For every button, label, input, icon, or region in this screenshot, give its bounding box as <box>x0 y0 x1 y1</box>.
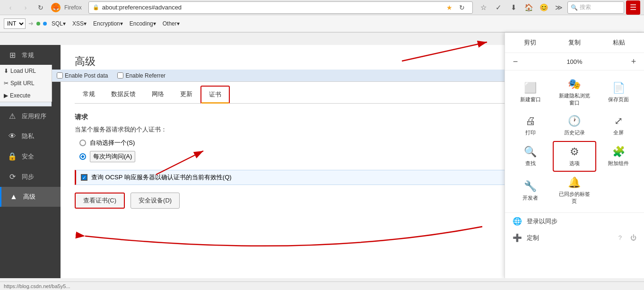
tab-general[interactable]: 常规 <box>75 86 103 104</box>
address-url: about:preferences#advanced <box>102 4 444 11</box>
new-window-item[interactable]: ⬜ 新建窗口 <box>509 74 552 110</box>
nav-buttons: ‹ › ↻ <box>4 1 47 14</box>
pref-nav-security[interactable]: 🔒 安全 <box>0 146 61 167</box>
enable-post-data-checkbox[interactable] <box>57 72 63 79</box>
tab-network[interactable]: 网络 <box>144 86 172 104</box>
menu-top-row: 剪切 复制 粘贴 <box>505 33 644 53</box>
sign-in-label: 登录以同步 <box>527 217 557 226</box>
copy-button[interactable]: 复制 <box>553 35 596 50</box>
enable-bar <box>0 102 52 106</box>
overflow-button[interactable]: ≫ <box>552 1 566 14</box>
sign-in-row[interactable]: 🌐 登录以同步 <box>505 213 644 229</box>
execute-icon: ▶ <box>4 92 8 99</box>
security-devices-button[interactable]: 安全设备(D) <box>131 193 180 209</box>
sync-icon: ⟳ <box>8 172 17 181</box>
radio-ask-circle <box>79 153 86 160</box>
advanced-icon: ▲ <box>9 193 18 201</box>
pref-nav-sync[interactable]: ⟳ 同步 <box>0 167 61 187</box>
browser-label: Firefox <box>64 4 82 11</box>
encryption-button[interactable]: Encryption▾ <box>91 19 125 28</box>
private-window-item[interactable]: 🎭 新建隐私浏览窗口 <box>553 74 596 110</box>
sync-label: 同步 <box>22 173 34 181</box>
private-window-icon: 🎭 <box>568 78 581 90</box>
options-item[interactable]: ⚙ 选项 <box>553 141 596 172</box>
zoom-out-button[interactable]: − <box>509 55 522 68</box>
pref-nav-privacy[interactable]: 👁 隐私 <box>0 126 61 146</box>
developer-icon: 🔧 <box>524 180 537 193</box>
check-mark: ✓ <box>82 175 86 180</box>
developer-item[interactable]: 🔧 开发者 <box>509 173 552 209</box>
history-item[interactable]: 🕐 历史记录 <box>553 111 596 140</box>
pref-nav-general[interactable]: ⊞ 常规 <box>0 45 61 65</box>
encoding-button[interactable]: Encoding▾ <box>128 19 158 28</box>
page-title: 高级 <box>75 54 96 69</box>
radio-auto-label: 自动选择一个(S) <box>90 139 135 147</box>
reload-button[interactable]: ↻ <box>34 1 47 14</box>
customize-row[interactable]: ➕ 定制 ? ⏻ <box>505 229 644 246</box>
find-item[interactable]: 🔍 查找 <box>509 141 552 172</box>
help-menu-icon[interactable]: ? <box>618 234 622 241</box>
developer-label: 开发者 <box>522 194 538 202</box>
paste-button[interactable]: 粘贴 <box>598 35 640 50</box>
general-icon: ⊞ <box>8 51 17 60</box>
firefox-logo: 🦊 <box>51 3 61 12</box>
power-menu-icon[interactable]: ⏻ <box>630 234 636 241</box>
save-page-icon: 📄 <box>612 82 625 94</box>
sql-button[interactable]: SQL▾ <box>50 19 68 28</box>
ocsp-checkbox[interactable]: ✓ <box>81 174 87 181</box>
save-page-item[interactable]: 📄 保存页面 <box>597 74 640 110</box>
hamburger-menu-button[interactable]: ☰ <box>626 0 640 15</box>
execute-item[interactable]: ▶ Execute <box>0 89 52 102</box>
view-certs-button[interactable]: 查看证书(C) <box>75 193 125 209</box>
pref-nav-apps[interactable]: ⚠ 应用程序 <box>0 106 61 126</box>
int-select[interactable]: INT <box>4 18 26 29</box>
emoji-button[interactable]: 😊 <box>537 1 550 14</box>
new-window-label: 新建窗口 <box>520 96 541 103</box>
address-icons: ★ ↻ <box>446 1 469 14</box>
search-bar[interactable]: 🔍 搜索 <box>567 1 624 14</box>
bookmark-star-icon[interactable]: ★ <box>446 4 453 11</box>
addons-item[interactable]: 🧩 附加组件 <box>597 141 640 172</box>
synced-tabs-icon: 🔔 <box>568 176 581 189</box>
radio-ask-label: 每次均询问(A) <box>90 151 135 162</box>
addons-label: 附加组件 <box>608 160 629 167</box>
print-icon: 🖨 <box>525 115 536 127</box>
fullscreen-item[interactable]: ⤢ 全屏 <box>597 111 640 140</box>
radio-auto-circle <box>79 140 86 146</box>
zoom-in-button[interactable]: + <box>627 55 640 68</box>
enable-referrer-checkbox[interactable] <box>117 72 123 79</box>
enable-post-data-label[interactable]: Enable Post data <box>57 72 108 79</box>
history-icon: 🕐 <box>568 115 581 127</box>
split-url-item[interactable]: ✂ Split URL <box>0 77 52 89</box>
xss-button[interactable]: XSS▾ <box>70 19 88 28</box>
back-button[interactable]: ‹ <box>4 1 17 14</box>
customize-icon: ➕ <box>513 233 522 242</box>
home-button[interactable]: 🏠 <box>522 1 535 14</box>
options-icon: ⚙ <box>570 146 579 158</box>
load-url-item[interactable]: ⬇ Load URL <box>0 65 52 77</box>
split-url-icon: ✂ <box>4 80 9 87</box>
cut-button[interactable]: 剪切 <box>509 35 551 50</box>
print-label: 打印 <box>525 129 536 136</box>
forward-button[interactable]: › <box>19 1 32 14</box>
other-button[interactable]: Other▾ <box>161 19 182 28</box>
pocket-button[interactable]: ✓ <box>492 1 505 14</box>
synced-tabs-item[interactable]: 🔔 已同步的标签页 <box>553 173 596 209</box>
download-button[interactable]: ⬇ <box>507 1 520 14</box>
general-label: 常规 <box>22 51 34 60</box>
tab-feedback[interactable]: 数据反馈 <box>103 86 144 104</box>
print-item[interactable]: 🖨 打印 <box>509 111 552 140</box>
pref-nav-advanced[interactable]: ▲ 高级 <box>0 187 61 207</box>
advanced-label: 高级 <box>23 193 35 201</box>
menu-grid: ⬜ 新建窗口 🎭 新建隐私浏览窗口 📄 保存页面 🖨 打印 🕐 历史记录 ⤢ <box>505 70 644 213</box>
find-label: 查找 <box>525 160 536 167</box>
reload-address-button[interactable]: ↻ <box>455 1 469 14</box>
address-bar[interactable]: 🔒 about:preferences#advanced ★ ↻ <box>88 1 473 14</box>
tab-update[interactable]: 更新 <box>172 86 200 104</box>
hackbar-panel: ⬇ Load URL ✂ Split URL ▶ Execute <box>0 65 52 102</box>
bookmarks-button[interactable]: ☆ <box>477 1 490 14</box>
search-placeholder: 搜索 <box>580 3 591 11</box>
enable-referrer-label[interactable]: Enable Referrer <box>117 72 165 79</box>
history-label: 历史记录 <box>564 129 585 136</box>
tab-certificates[interactable]: 证书 <box>200 86 230 104</box>
